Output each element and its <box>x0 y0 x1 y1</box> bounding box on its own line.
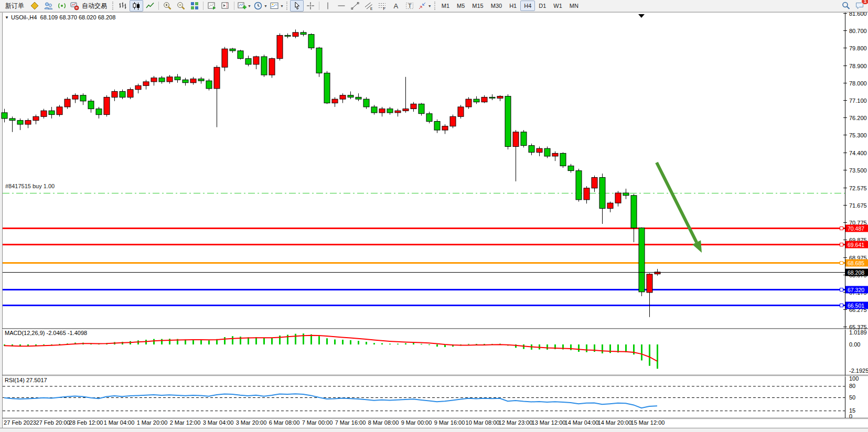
timeframe-m1-button[interactable]: M1 <box>438 1 453 11</box>
candle-body <box>316 48 322 73</box>
candle-body <box>285 35 291 36</box>
vertical-line-tool-button[interactable] <box>321 0 335 12</box>
candlestick-chart-button[interactable] <box>130 0 143 12</box>
chart-symbol-period: USOil-,H4 <box>11 14 37 20</box>
timeframe-h4-button[interactable]: H4 <box>520 1 535 11</box>
candle-body <box>261 57 267 75</box>
candle-body <box>65 99 70 107</box>
accounts-icon <box>44 1 53 10</box>
text-label-tool-button[interactable]: T <box>403 0 416 12</box>
candle-body <box>127 90 133 98</box>
candle-body <box>269 59 275 75</box>
candle-body <box>442 126 448 130</box>
chart-canvas[interactable]: 81.60080.70079.80078.90078.00077.10076.2… <box>0 0 868 432</box>
line-chart-button[interactable] <box>143 0 157 12</box>
candle-body <box>301 33 306 35</box>
templates-button[interactable]: ▼ <box>269 0 285 12</box>
line-drag-handle[interactable] <box>840 304 843 307</box>
candle-body <box>222 49 228 67</box>
periods-button[interactable]: ▼ <box>252 0 269 12</box>
bar-chart-button[interactable] <box>116 0 130 12</box>
time-axis-label: 9 Mar 16:00 <box>434 419 465 426</box>
chevron-down-icon: ▼ <box>280 4 284 8</box>
candle-body <box>387 109 393 113</box>
trendline-tool-button[interactable] <box>348 0 362 12</box>
notifications-button[interactable]: 1 <box>853 0 866 12</box>
time-axis-label: 10 Mar 08:00 <box>466 419 500 426</box>
line-drag-handle[interactable] <box>840 288 843 291</box>
candle-body <box>395 111 401 113</box>
tile-windows-button[interactable] <box>188 0 201 12</box>
autotrade-icon <box>70 1 79 10</box>
chevron-down-icon: ▼ <box>264 4 267 8</box>
price-tag-label: 69.641 <box>848 242 864 248</box>
candle-body <box>104 97 110 114</box>
signal-icon <box>57 1 67 10</box>
candle-body <box>426 114 432 122</box>
auto-trading-button[interactable]: 自动交易 <box>69 0 111 12</box>
price-tick-label: 80.700 <box>849 28 867 34</box>
crosshair-icon <box>306 1 315 10</box>
text-icon: A <box>391 1 401 10</box>
main-toolbar: 新订单 自动交易 <box>0 0 868 12</box>
candle-body <box>72 95 78 99</box>
equidistant-channel-tool-button[interactable]: E <box>362 0 376 12</box>
notification-badge: 1 <box>861 0 868 5</box>
timeframe-w1-button[interactable]: W1 <box>550 1 566 11</box>
horizontal-line-tool-button[interactable] <box>335 0 348 12</box>
svg-text:E: E <box>370 7 373 10</box>
timeframe-mn-button[interactable]: MN <box>566 1 582 11</box>
candle-body <box>167 77 173 82</box>
candle-body <box>112 91 117 97</box>
zoom-out-button[interactable] <box>174 0 188 12</box>
timeframe-m5-button[interactable]: M5 <box>453 1 468 11</box>
line-drag-handle[interactable] <box>840 262 843 265</box>
line-drag-handle[interactable] <box>840 243 843 246</box>
candle-body <box>332 99 338 103</box>
periods-icon <box>253 1 263 10</box>
arrows-tool-button[interactable]: ▼ <box>416 0 433 12</box>
indicators-button[interactable]: ▼ <box>236 0 252 12</box>
toolbar-right-group: 1 <box>839 0 866 12</box>
search-button[interactable] <box>839 0 853 12</box>
zoom-in-icon <box>163 1 172 10</box>
cursor-icon <box>292 1 302 10</box>
macd-indicator-label: MACD(12,26,9) -2.0465 -1.4098 <box>5 330 87 336</box>
candle-body <box>481 97 487 102</box>
crosshair-button[interactable] <box>304 0 317 12</box>
candle-body <box>411 104 416 109</box>
accounts-button[interactable] <box>41 0 55 12</box>
candle-body <box>238 51 243 59</box>
chart-background[interactable] <box>2 13 868 428</box>
timeframe-d1-button[interactable]: D1 <box>535 1 550 11</box>
line-chart-icon <box>145 1 155 10</box>
cursor-button[interactable] <box>290 0 304 12</box>
time-axis-label: 28 Feb 12:00 <box>69 419 103 426</box>
auto-scroll-button[interactable] <box>205 0 219 12</box>
toolbar-separator <box>319 2 319 10</box>
candle-body <box>419 104 424 113</box>
new-order-button[interactable]: 新订单 <box>2 0 28 12</box>
candle-body <box>277 35 283 58</box>
line-drag-handle[interactable] <box>840 227 843 230</box>
toolbar-separator <box>234 2 234 10</box>
signal-button[interactable] <box>55 0 69 12</box>
candle-body <box>33 116 39 120</box>
diamond-button[interactable] <box>28 0 41 12</box>
candle-body <box>143 82 149 85</box>
text-tool-button[interactable]: A <box>389 0 403 12</box>
timeframe-m30-button[interactable]: M30 <box>487 1 506 11</box>
rsi-axis-label: 0 <box>849 413 852 419</box>
zoom-in-button[interactable] <box>160 0 174 12</box>
fibonacci-tool-button[interactable]: F <box>376 0 389 12</box>
candle-body <box>253 57 259 64</box>
candle-body <box>458 107 464 116</box>
timeframe-h1-button[interactable]: H1 <box>506 1 520 11</box>
search-icon <box>841 1 851 10</box>
equidistant-channel-icon: E <box>364 1 373 10</box>
collapse-icon[interactable]: ▼ <box>5 15 9 20</box>
candle-body <box>57 107 62 115</box>
chart-shift-button[interactable] <box>219 0 232 12</box>
timeframe-m15-button[interactable]: M15 <box>468 1 487 11</box>
rsi-indicator-label: RSI(14) 27.5017 <box>5 377 47 383</box>
